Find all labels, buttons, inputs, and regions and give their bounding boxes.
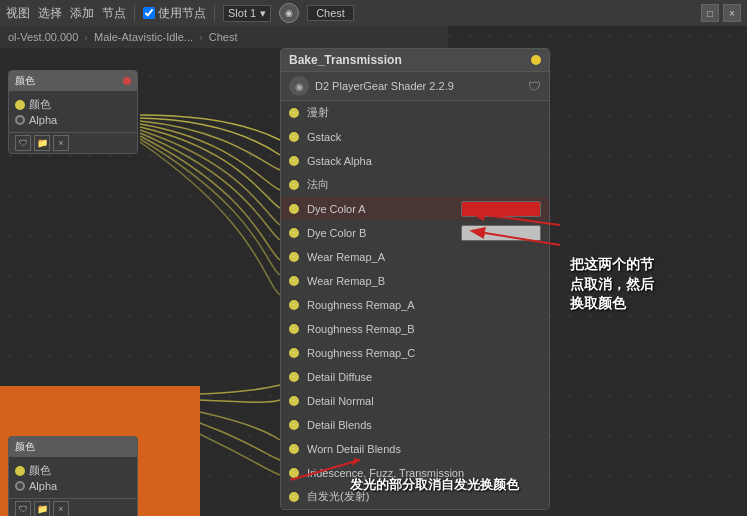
chest-label: Chest [316, 7, 345, 19]
toolbar-chest[interactable]: Chest [307, 5, 354, 21]
node-icon-close-top[interactable]: × [53, 135, 69, 151]
label-roughness-c: Roughness Remap_C [307, 347, 541, 359]
toolbar-select[interactable]: 选择 [38, 5, 62, 22]
breadcrumb-sep2: › [199, 31, 203, 43]
color-swatch-dye-b[interactable] [461, 225, 541, 241]
annotation-text-2: 发光的部分取消自发光换颜色 [350, 476, 519, 494]
socket-roughness-b [289, 324, 299, 334]
node-card-bottom-body: 颜色 Alpha [9, 457, 137, 498]
socket-detail-diffuse [289, 372, 299, 382]
socket-alpha2 [15, 481, 25, 491]
label-roughness-b: Roughness Remap_B [307, 323, 541, 335]
socket-detail-blends [289, 420, 299, 430]
node-icon-close-bottom[interactable]: × [53, 501, 69, 516]
shader-row-diffuse[interactable]: 漫射 [281, 101, 549, 125]
toolbar-view[interactable]: 视图 [6, 5, 30, 22]
annotation-text-1: 把这两个的节 点取消，然后 换取颜色 [570, 255, 654, 314]
socket-diffuse [289, 108, 299, 118]
node-card-bottom-actions: 🛡 📁 × [9, 498, 137, 516]
shader-row-detail-diffuse[interactable]: Detail Diffuse [281, 365, 549, 389]
shader-row-roughness-b[interactable]: Roughness Remap_B [281, 317, 549, 341]
shader-panel-header: Bake_Transmission [281, 49, 549, 72]
socket-alpha1 [15, 115, 25, 125]
node-card-top-body: 颜色 Alpha [9, 91, 137, 132]
shader-row-normal[interactable]: 法向 [281, 173, 549, 197]
node-icon-folder2[interactable]: 📁 [34, 501, 50, 516]
node-card-bottom: 颜色 颜色 Alpha 🛡 📁 × [8, 436, 138, 516]
breadcrumb-vest[interactable]: ol-Vest.00.000 [8, 31, 78, 43]
socket-wear-b [289, 276, 299, 286]
node-card-bottom-title: 颜色 [15, 440, 35, 454]
label-gstack-alpha: Gstack Alpha [307, 155, 541, 167]
shader-row-gstack[interactable]: Gstack [281, 125, 549, 149]
label-detail-blends: Detail Blends [307, 419, 541, 431]
shader-row-detail-normal[interactable]: Detail Normal [281, 389, 549, 413]
shader-row-wear-a[interactable]: Wear Remap_A [281, 245, 549, 269]
shader-row-roughness-a[interactable]: Roughness Remap_A [281, 293, 549, 317]
breadcrumb: ol-Vest.00.000 › Male-Atavistic-Idle... … [0, 26, 448, 48]
slot-arrow: ▾ [260, 7, 266, 20]
node-icon-shield2[interactable]: 🛡 [15, 501, 31, 516]
shader-row-dye-b[interactable]: Dye Color B [281, 221, 549, 245]
socket-wear-a [289, 252, 299, 262]
socket-dye-a [289, 204, 299, 214]
label-dye-b: Dye Color B [307, 227, 461, 239]
toolbar-use-nodes[interactable]: 使用节点 [143, 5, 206, 22]
node-icon-shield[interactable]: 🛡 [15, 135, 31, 151]
slot-label: Slot 1 [228, 7, 256, 19]
label-wear-b: Wear Remap_B [307, 275, 541, 287]
shader-row-dye-a[interactable]: Dye Color A [281, 197, 549, 221]
label-normal: 法向 [307, 177, 541, 192]
node-icon-folder[interactable]: 📁 [34, 135, 50, 151]
label-roughness-a: Roughness Remap_A [307, 299, 541, 311]
socket-color2 [15, 466, 25, 476]
label-worn-detail: Worn Detail Blends [307, 443, 541, 455]
shader-row-detail-blends[interactable]: Detail Blends [281, 413, 549, 437]
shader-icon: ◉ [289, 76, 309, 96]
shader-row-roughness-c[interactable]: Roughness Remap_C [281, 341, 549, 365]
label-detail-normal: Detail Normal [307, 395, 541, 407]
shield-icon: 🛡 [528, 79, 541, 94]
node-type-icon: ◉ [279, 3, 299, 23]
socket-label-alpha2: Alpha [29, 480, 57, 492]
socket-label-color1: 颜色 [29, 97, 51, 112]
socket-row-color1: 颜色 [15, 97, 131, 112]
socket-label-alpha1: Alpha [29, 114, 57, 126]
socket-row-color2: 颜色 [15, 463, 131, 478]
socket-normal [289, 180, 299, 190]
window-buttons: □ × [701, 4, 741, 22]
toolbar-slot[interactable]: Slot 1 ▾ [223, 5, 271, 22]
shader-row-wear-b[interactable]: Wear Remap_B [281, 269, 549, 293]
close-button[interactable]: × [723, 4, 741, 22]
toolbar: 视图 选择 添加 节点 使用节点 Slot 1 ▾ ◉ Chest □ × [0, 0, 747, 26]
shader-row-worn-detail[interactable]: Worn Detail Blends [281, 437, 549, 461]
shader-panel-corner [531, 55, 541, 65]
socket-roughness-a [289, 300, 299, 310]
shader-row-gstack-alpha[interactable]: Gstack Alpha [281, 149, 549, 173]
node-card-top-header: 颜色 [9, 71, 137, 91]
shader-subheader: ◉ D2 PlayerGear Shader 2.2.9 🛡 [281, 72, 549, 101]
node-card-bottom-header: 颜色 [9, 437, 137, 457]
socket-dye-b [289, 228, 299, 238]
socket-color1 [15, 100, 25, 110]
toolbar-node[interactable]: 节点 [102, 5, 126, 22]
label-dye-a: Dye Color A [307, 203, 461, 215]
annotation-1-content: 把这两个的节 点取消，然后 换取颜色 [570, 256, 654, 311]
toolbar-add[interactable]: 添加 [70, 5, 94, 22]
minimize-button[interactable]: □ [701, 4, 719, 22]
breadcrumb-male[interactable]: Male-Atavistic-Idle... [94, 31, 193, 43]
socket-emission [289, 492, 299, 502]
node-card-top-title: 颜色 [15, 74, 35, 88]
socket-roughness-c [289, 348, 299, 358]
shader-panel: Bake_Transmission ◉ D2 PlayerGear Shader… [280, 48, 550, 510]
label-detail-diffuse: Detail Diffuse [307, 371, 541, 383]
socket-detail-normal [289, 396, 299, 406]
socket-gstack [289, 132, 299, 142]
shader-panel-title: Bake_Transmission [289, 53, 402, 67]
use-nodes-checkbox[interactable] [143, 7, 155, 19]
socket-gstack-alpha [289, 156, 299, 166]
socket-row-alpha1: Alpha [15, 114, 131, 126]
breadcrumb-chest[interactable]: Chest [209, 31, 238, 43]
color-swatch-dye-a[interactable] [461, 201, 541, 217]
node-card-top: 颜色 颜色 Alpha 🛡 📁 × [8, 70, 138, 154]
